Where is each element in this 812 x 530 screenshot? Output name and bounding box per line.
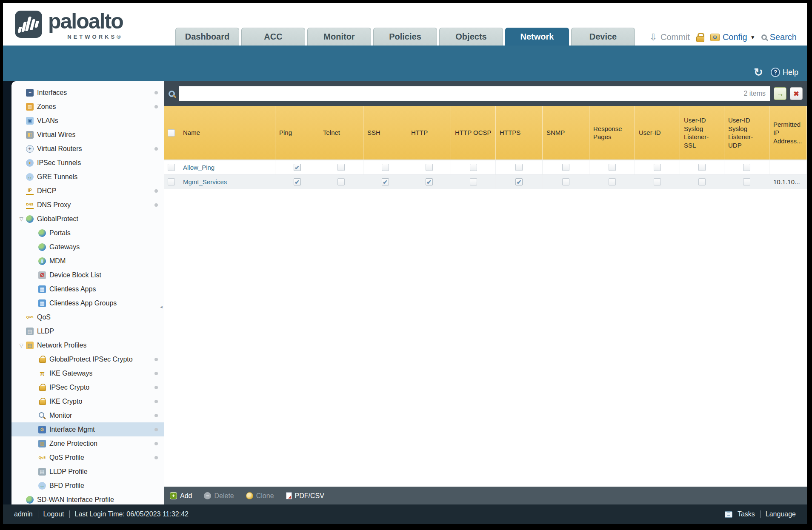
service-checkbox-ping[interactable]: ✔ (294, 178, 301, 185)
service-checkbox-user-id-syslog-listener-ssl[interactable] (698, 164, 706, 171)
sidebar-item-mdm[interactable]: ▮MDM (11, 254, 164, 268)
column-header-user-id-syslog-listener-udp[interactable]: User-ID Syslog Listener-UDP (724, 106, 769, 160)
help-button[interactable]: ? Help (771, 68, 798, 77)
service-checkbox-user-id-syslog-listener-udp[interactable] (743, 178, 750, 185)
tab-acc[interactable]: ACC (241, 28, 305, 46)
service-checkbox-snmp[interactable] (562, 178, 569, 185)
sidebar-item-zones[interactable]: ▥Zones (11, 100, 164, 114)
column-header-http[interactable]: HTTP (407, 106, 451, 160)
delete-button[interactable]: − Delete (204, 492, 234, 500)
column-header-https[interactable]: HTTPS (496, 106, 543, 160)
service-checkbox-user-id[interactable] (654, 178, 661, 185)
sidebar-item-zone-protection[interactable]: ▥Zone Protection (11, 436, 164, 450)
sidebar-item-dns-proxy[interactable]: DNSDNS Proxy (11, 198, 164, 212)
service-checkbox-user-id-syslog-listener-udp[interactable] (743, 164, 750, 171)
column-header-permitted-ip-address[interactable]: Permitted IP Address... (769, 106, 807, 160)
sidebar-item-device-block-list[interactable]: ∅Device Block List (11, 268, 164, 282)
clone-button[interactable]: Clone (246, 492, 274, 500)
column-header-response-pages[interactable]: Response Pages (589, 106, 635, 160)
service-checkbox-http[interactable] (426, 164, 433, 171)
service-checkbox-telnet[interactable] (337, 164, 345, 171)
item-dot-indicator (154, 372, 158, 375)
sidebar-item-gateways[interactable]: Gateways (11, 240, 164, 254)
lock-icon[interactable] (696, 33, 704, 42)
row-select-checkbox[interactable] (168, 178, 175, 185)
service-checkbox-http[interactable]: ✔ (426, 178, 433, 185)
sidebar-item-lldp-profile[interactable]: ▤LLDP Profile (11, 464, 164, 479)
column-header-user-id[interactable]: User-ID (635, 106, 680, 160)
service-checkbox-https[interactable]: ✔ (515, 178, 523, 185)
service-checkbox-ping[interactable]: ✔ (294, 164, 301, 171)
service-checkbox-response-pages[interactable] (609, 178, 616, 185)
clear-filter-button[interactable]: ✖ (790, 87, 803, 100)
sidebar-collapse-handle[interactable]: ◂ (159, 298, 164, 315)
tab-device[interactable]: Device (571, 28, 635, 46)
service-checkbox-http-ocsp[interactable] (470, 164, 477, 171)
sidebar-item-ipsec-crypto[interactable]: IPSec Crypto (11, 380, 164, 394)
sidebar-item-vlans[interactable]: ▣VLANs (11, 114, 164, 128)
sidebar-item-clientless-app-groups[interactable]: ▦Clientless App Groups (11, 296, 164, 310)
sidebar-item-clientless-apps[interactable]: ▦Clientless Apps (11, 282, 164, 296)
sidebar-item-ike-gateways[interactable]: πIKE Gateways (11, 366, 164, 380)
select-all-checkbox[interactable] (168, 129, 175, 137)
sidebar-item-interfaces[interactable]: •••Interfaces (11, 85, 164, 100)
expand-arrow-icon[interactable]: ▽ (17, 216, 26, 222)
sidebar-item-dhcp[interactable]: IPDHCP (11, 184, 164, 198)
sidebar-item-portals[interactable]: Portals (11, 226, 164, 240)
service-checkbox-ssh[interactable]: ✔ (382, 178, 389, 185)
row-select-checkbox[interactable] (168, 164, 175, 171)
sidebar-item-qos[interactable]: QoSQoS (11, 310, 164, 324)
sidebar-item-virtual-wires[interactable]: ◧Virtual Wires (11, 128, 164, 142)
sidebar-item-sd-wan-interface-profile[interactable]: SD-WAN Interface Profile (11, 493, 164, 504)
column-header-user-id-syslog-listener-ssl[interactable]: User-ID Syslog Listener-SSL (680, 106, 724, 160)
apply-filter-button[interactable]: → (774, 87, 786, 100)
service-checkbox-snmp[interactable] (562, 164, 569, 171)
column-header-snmp[interactable]: SNMP (543, 106, 589, 160)
sidebar-item-qos-profile[interactable]: QoSQoS Profile (11, 450, 164, 464)
service-checkbox-telnet[interactable] (337, 178, 345, 185)
sidebar-item-virtual-routers[interactable]: +Virtual Routers (11, 142, 164, 156)
nprof-icon: ▤ (26, 342, 34, 349)
config-button[interactable]: ⚙ Config ▼ (710, 32, 755, 42)
expand-arrow-icon[interactable]: ▽ (17, 342, 26, 348)
column-header-name[interactable]: Name (179, 106, 275, 160)
refresh-icon[interactable]: ↻ (754, 67, 763, 78)
sidebar-item-bfd-profile[interactable]: ↔BFD Profile (11, 479, 164, 493)
sidebar-item-globalprotect[interactable]: ▽GlobalProtect (11, 212, 164, 226)
tasks-link[interactable]: Tasks (738, 510, 755, 518)
add-button[interactable]: + Add (170, 492, 192, 500)
service-checkbox-user-id-syslog-listener-ssl[interactable] (698, 178, 706, 185)
pdf-csv-button[interactable]: PDF/CSV (286, 492, 324, 500)
sidebar-item-ike-crypto[interactable]: IKE Crypto (11, 394, 164, 408)
tab-monitor[interactable]: Monitor (307, 28, 371, 46)
sidebar-item-network-profiles[interactable]: ▽▤Network Profiles (11, 338, 164, 352)
service-checkbox-user-id[interactable] (654, 164, 661, 171)
row-name-link[interactable]: Allow_Ping (179, 160, 275, 174)
service-checkbox-http-ocsp[interactable] (470, 178, 477, 185)
row-name-link[interactable]: Mgmt_Services (179, 175, 275, 189)
column-header-telnet[interactable]: Telnet (319, 106, 363, 160)
sidebar-item-lldp[interactable]: ▤LLDP (11, 324, 164, 338)
service-checkbox-response-pages[interactable] (609, 164, 616, 171)
column-header-ping[interactable]: Ping (275, 106, 319, 160)
commit-button[interactable]: ⇩ Commit (649, 32, 690, 42)
sidebar-item-interface-mgmt[interactable]: ⚙Interface Mgmt (11, 422, 164, 436)
sidebar-item-monitor[interactable]: Monitor (11, 408, 164, 422)
logout-link[interactable]: Logout (43, 510, 64, 518)
filter-input[interactable] (183, 90, 740, 97)
sidebar-item-globalprotect-ipsec-crypto[interactable]: GlobalProtect IPSec Crypto (11, 352, 164, 366)
vwires-icon: ◧ (26, 131, 34, 139)
sidebar-item-ipsec-tunnels[interactable]: ●IPSec Tunnels (11, 156, 164, 170)
global-search-button[interactable]: Search (761, 32, 797, 42)
lldp-icon: ▤ (26, 328, 34, 335)
tab-network[interactable]: Network (505, 28, 569, 46)
tab-policies[interactable]: Policies (373, 28, 437, 46)
service-checkbox-ssh[interactable] (382, 164, 389, 171)
language-link[interactable]: Language (766, 510, 796, 518)
column-header-ssh[interactable]: SSH (363, 106, 407, 160)
column-header-http-ocsp[interactable]: HTTP OCSP (451, 106, 496, 160)
tab-objects[interactable]: Objects (439, 28, 503, 46)
tab-dashboard[interactable]: Dashboard (175, 28, 239, 46)
service-checkbox-https[interactable] (515, 164, 523, 171)
sidebar-item-gre-tunnels[interactable]: ↔GRE Tunnels (11, 170, 164, 184)
